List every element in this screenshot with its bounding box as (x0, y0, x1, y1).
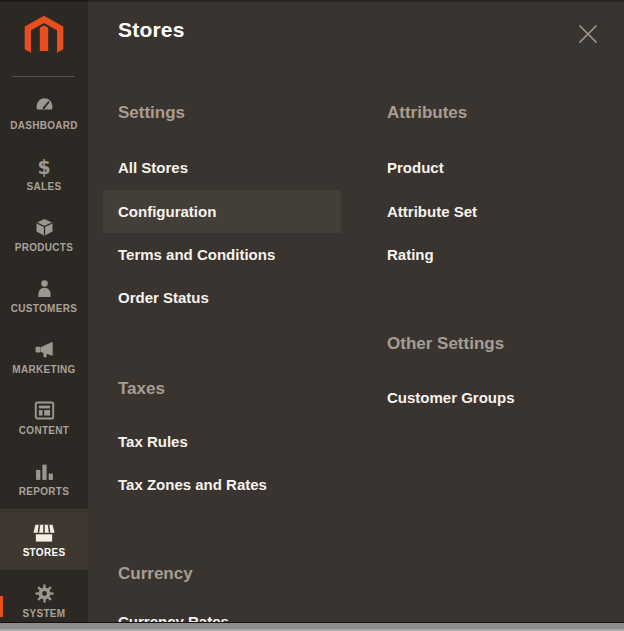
sidebar-item-label: CONTENT (19, 425, 69, 436)
sidebar-item-stores[interactable]: STORES (0, 509, 88, 570)
section-title-other-settings: Other Settings (387, 334, 504, 354)
sidebar-item-label: DASHBOARD (10, 120, 78, 131)
menu-link-terms-and-conditions[interactable]: Terms and Conditions (103, 233, 341, 276)
notification-sliver (0, 596, 3, 617)
sidebar-item-content[interactable]: CONTENT (0, 387, 88, 448)
gear-icon (34, 583, 55, 605)
sidebar-item-label: SALES (27, 181, 62, 192)
window-top-edge (0, 0, 624, 2)
sidebar-item-dashboard[interactable]: DASHBOARD (0, 82, 88, 143)
flyout-column-attributes: Attributes Product Attribute Set Rating … (372, 0, 610, 622)
section-title-attributes: Attributes (387, 103, 467, 123)
menu-link-currency-rates[interactable]: Currency Rates (103, 600, 341, 622)
gauge-icon (34, 95, 55, 117)
menu-link-label: Order Status (118, 289, 209, 306)
menu-link-configuration[interactable]: Configuration (103, 190, 341, 233)
menu-link-customer-groups[interactable]: Customer Groups (372, 376, 610, 419)
menu-link-label: All Stores (118, 159, 188, 176)
menu-link-rating[interactable]: Rating (372, 233, 610, 276)
sidebar-item-marketing[interactable]: MARKETING (0, 326, 88, 387)
menu-link-tax-zones-and-rates[interactable]: Tax Zones and Rates (103, 463, 341, 506)
sidebar-item-label: MARKETING (12, 364, 75, 375)
section-title-taxes: Taxes (118, 379, 165, 399)
storefront-icon (33, 522, 55, 544)
sidebar-item-customers[interactable]: CUSTOMERS (0, 265, 88, 326)
stores-flyout-menu: Stores Settings All Stores Configuration… (88, 0, 624, 622)
sidebar-item-label: STORES (23, 547, 66, 558)
layout-icon (34, 400, 55, 422)
section-title-settings: Settings (118, 103, 185, 123)
menu-link-label: Rating (387, 246, 434, 263)
menu-link-product[interactable]: Product (372, 146, 610, 189)
menu-link-label: Customer Groups (387, 389, 515, 406)
magento-admin-screen: DASHBOARD $ SALES PRODUCTS (0, 0, 624, 631)
menu-link-label: Attribute Set (387, 203, 477, 220)
menu-link-label: Terms and Conditions (118, 246, 275, 263)
sidebar-item-label: SYSTEM (23, 608, 66, 619)
dollar-icon: $ (37, 156, 50, 178)
section-title-currency: Currency (118, 564, 193, 584)
sidebar-item-label: CUSTOMERS (11, 303, 77, 314)
window-bottom-strip (0, 622, 624, 631)
menu-link-label: Product (387, 159, 444, 176)
menu-link-attribute-set[interactable]: Attribute Set (372, 190, 610, 233)
menu-link-label: Tax Zones and Rates (118, 476, 267, 493)
menu-link-tax-rules[interactable]: Tax Rules (103, 420, 341, 463)
bar-chart-icon (34, 461, 55, 483)
sidebar-divider (12, 76, 75, 77)
sidebar-item-label: PRODUCTS (15, 242, 74, 253)
menu-link-label: Configuration (118, 203, 216, 220)
person-icon (34, 278, 55, 300)
magento-logo-icon (23, 14, 65, 61)
sidebar-item-products[interactable]: PRODUCTS (0, 204, 88, 265)
magento-logo[interactable] (0, 8, 88, 66)
menu-link-label: Tax Rules (118, 433, 188, 450)
menu-link-all-stores[interactable]: All Stores (103, 146, 341, 189)
flyout-column-settings: Settings All Stores Configuration Terms … (103, 0, 341, 622)
sidebar-menu: DASHBOARD $ SALES PRODUCTS (0, 82, 88, 631)
box-icon (34, 217, 55, 239)
sidebar-item-reports[interactable]: REPORTS (0, 448, 88, 509)
menu-link-label: Currency Rates (118, 613, 229, 622)
megaphone-icon (34, 339, 55, 361)
menu-link-order-status[interactable]: Order Status (103, 276, 341, 319)
admin-sidebar: DASHBOARD $ SALES PRODUCTS (0, 0, 88, 622)
sidebar-item-label: REPORTS (19, 486, 69, 497)
sidebar-item-sales[interactable]: $ SALES (0, 143, 88, 204)
